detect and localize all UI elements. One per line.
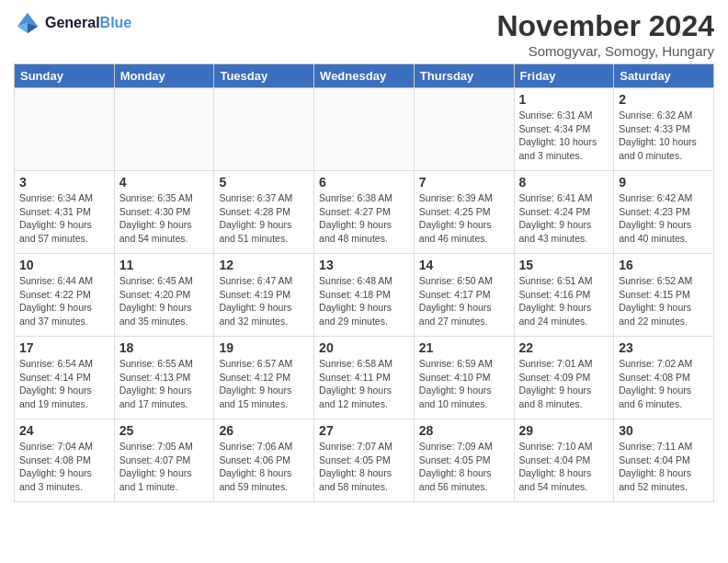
calendar-cell: 26Sunrise: 7:06 AM Sunset: 4:06 PM Dayli… — [214, 419, 314, 502]
day-number: 27 — [319, 423, 409, 438]
day-number: 22 — [519, 340, 609, 355]
day-number: 20 — [319, 340, 409, 355]
day-number: 28 — [419, 423, 509, 438]
calendar-cell: 9Sunrise: 6:42 AM Sunset: 4:23 PM Daylig… — [614, 171, 714, 254]
header-tuesday: Tuesday — [214, 64, 314, 88]
day-number: 5 — [219, 175, 309, 190]
calendar-cell — [414, 88, 514, 171]
day-number: 11 — [119, 258, 210, 272]
logo-text: GeneralBlue — [45, 15, 131, 31]
day-number: 3 — [19, 175, 109, 190]
calendar-week-4: 17Sunrise: 6:54 AM Sunset: 4:14 PM Dayli… — [15, 337, 714, 419]
header-friday: Friday — [514, 64, 614, 88]
day-info: Sunrise: 6:41 AM Sunset: 4:24 PM Dayligh… — [519, 191, 609, 246]
day-number: 15 — [519, 258, 609, 272]
day-number: 12 — [219, 258, 309, 272]
day-info: Sunrise: 6:39 AM Sunset: 4:25 PM Dayligh… — [419, 191, 509, 246]
calendar-table: Sunday Monday Tuesday Wednesday Thursday… — [14, 63, 714, 502]
calendar-cell: 25Sunrise: 7:05 AM Sunset: 4:07 PM Dayli… — [114, 419, 214, 502]
title-section: November 2024 Somogyvar, Somogy, Hungary — [496, 9, 714, 59]
day-number: 23 — [619, 340, 709, 355]
calendar-cell: 8Sunrise: 6:41 AM Sunset: 4:24 PM Daylig… — [514, 171, 614, 254]
day-number: 17 — [19, 340, 109, 355]
day-number: 29 — [519, 423, 609, 438]
day-info: Sunrise: 6:31 AM Sunset: 4:34 PM Dayligh… — [519, 109, 609, 163]
day-info: Sunrise: 6:59 AM Sunset: 4:10 PM Dayligh… — [419, 357, 509, 411]
calendar-cell — [114, 88, 214, 171]
weekday-row: Sunday Monday Tuesday Wednesday Thursday… — [15, 64, 714, 88]
day-info: Sunrise: 7:01 AM Sunset: 4:09 PM Dayligh… — [519, 357, 609, 411]
header-monday: Monday — [114, 64, 214, 88]
calendar-cell: 3Sunrise: 6:34 AM Sunset: 4:31 PM Daylig… — [15, 171, 115, 254]
header-sunday: Sunday — [15, 64, 115, 88]
header-wednesday: Wednesday — [314, 64, 415, 88]
day-number: 26 — [219, 423, 309, 438]
calendar-cell: 30Sunrise: 7:11 AM Sunset: 4:04 PM Dayli… — [614, 419, 714, 502]
day-number: 25 — [119, 423, 210, 438]
calendar-week-2: 3Sunrise: 6:34 AM Sunset: 4:31 PM Daylig… — [15, 171, 714, 254]
calendar-cell — [15, 88, 115, 171]
calendar-cell: 6Sunrise: 6:38 AM Sunset: 4:27 PM Daylig… — [314, 171, 415, 254]
header: GeneralBlue November 2024 Somogyvar, Som… — [14, 9, 714, 59]
calendar-cell: 24Sunrise: 7:04 AM Sunset: 4:08 PM Dayli… — [15, 419, 115, 502]
day-info: Sunrise: 7:09 AM Sunset: 4:05 PM Dayligh… — [419, 440, 509, 494]
calendar-cell: 4Sunrise: 6:35 AM Sunset: 4:30 PM Daylig… — [114, 171, 214, 254]
day-info: Sunrise: 6:47 AM Sunset: 4:19 PM Dayligh… — [219, 274, 309, 328]
day-info: Sunrise: 6:42 AM Sunset: 4:23 PM Dayligh… — [619, 191, 709, 246]
calendar-cell: 2Sunrise: 6:32 AM Sunset: 4:33 PM Daylig… — [614, 88, 714, 171]
calendar-cell: 16Sunrise: 6:52 AM Sunset: 4:15 PM Dayli… — [614, 254, 714, 337]
day-info: Sunrise: 7:04 AM Sunset: 4:08 PM Dayligh… — [19, 440, 109, 494]
day-info: Sunrise: 6:45 AM Sunset: 4:20 PM Dayligh… — [119, 274, 210, 328]
day-number: 4 — [119, 175, 210, 190]
calendar-cell: 1Sunrise: 6:31 AM Sunset: 4:34 PM Daylig… — [514, 88, 614, 171]
calendar-cell: 27Sunrise: 7:07 AM Sunset: 4:05 PM Dayli… — [314, 419, 415, 502]
calendar-cell: 22Sunrise: 7:01 AM Sunset: 4:09 PM Dayli… — [514, 337, 614, 419]
day-number: 21 — [419, 340, 509, 355]
calendar-cell: 18Sunrise: 6:55 AM Sunset: 4:13 PM Dayli… — [114, 337, 214, 419]
calendar-week-5: 24Sunrise: 7:04 AM Sunset: 4:08 PM Dayli… — [15, 419, 714, 502]
day-number: 16 — [619, 258, 709, 272]
day-number: 9 — [619, 175, 709, 190]
day-info: Sunrise: 6:51 AM Sunset: 4:16 PM Dayligh… — [519, 274, 609, 328]
day-info: Sunrise: 6:44 AM Sunset: 4:22 PM Dayligh… — [19, 274, 109, 328]
calendar-cell: 20Sunrise: 6:58 AM Sunset: 4:11 PM Dayli… — [314, 337, 415, 419]
day-info: Sunrise: 6:50 AM Sunset: 4:17 PM Dayligh… — [419, 274, 509, 328]
header-thursday: Thursday — [414, 64, 514, 88]
calendar-cell: 13Sunrise: 6:48 AM Sunset: 4:18 PM Dayli… — [314, 254, 415, 337]
day-number: 24 — [19, 423, 109, 438]
day-info: Sunrise: 6:37 AM Sunset: 4:28 PM Dayligh… — [219, 191, 309, 246]
day-number: 13 — [319, 258, 409, 272]
calendar-cell: 29Sunrise: 7:10 AM Sunset: 4:04 PM Dayli… — [514, 419, 614, 502]
day-number: 8 — [519, 175, 609, 190]
calendar-cell — [314, 88, 415, 171]
day-info: Sunrise: 6:54 AM Sunset: 4:14 PM Dayligh… — [19, 357, 109, 411]
calendar-title: November 2024 — [496, 9, 714, 43]
calendar-cell: 7Sunrise: 6:39 AM Sunset: 4:25 PM Daylig… — [414, 171, 514, 254]
day-info: Sunrise: 7:07 AM Sunset: 4:05 PM Dayligh… — [319, 440, 409, 494]
day-info: Sunrise: 6:58 AM Sunset: 4:11 PM Dayligh… — [319, 357, 409, 411]
calendar-body: 1Sunrise: 6:31 AM Sunset: 4:34 PM Daylig… — [15, 88, 714, 502]
calendar-week-1: 1Sunrise: 6:31 AM Sunset: 4:34 PM Daylig… — [15, 88, 714, 171]
logo: GeneralBlue — [14, 9, 131, 37]
calendar-cell: 21Sunrise: 6:59 AM Sunset: 4:10 PM Dayli… — [414, 337, 514, 419]
page-container: GeneralBlue November 2024 Somogyvar, Som… — [0, 0, 728, 511]
day-info: Sunrise: 6:38 AM Sunset: 4:27 PM Dayligh… — [319, 191, 409, 246]
calendar-cell — [214, 88, 314, 171]
calendar-subtitle: Somogyvar, Somogy, Hungary — [496, 43, 714, 59]
calendar-cell: 12Sunrise: 6:47 AM Sunset: 4:19 PM Dayli… — [214, 254, 314, 337]
day-number: 7 — [419, 175, 509, 190]
calendar-cell: 19Sunrise: 6:57 AM Sunset: 4:12 PM Dayli… — [214, 337, 314, 419]
day-number: 6 — [319, 175, 409, 190]
day-number: 10 — [19, 258, 109, 272]
day-info: Sunrise: 6:57 AM Sunset: 4:12 PM Dayligh… — [219, 357, 309, 411]
calendar-cell: 10Sunrise: 6:44 AM Sunset: 4:22 PM Dayli… — [15, 254, 115, 337]
day-number: 1 — [519, 92, 609, 107]
day-info: Sunrise: 6:35 AM Sunset: 4:30 PM Dayligh… — [119, 191, 210, 246]
calendar-cell: 23Sunrise: 7:02 AM Sunset: 4:08 PM Dayli… — [614, 337, 714, 419]
day-info: Sunrise: 6:34 AM Sunset: 4:31 PM Dayligh… — [19, 191, 109, 246]
day-info: Sunrise: 6:55 AM Sunset: 4:13 PM Dayligh… — [119, 357, 210, 411]
day-number: 19 — [219, 340, 309, 355]
calendar-header: Sunday Monday Tuesday Wednesday Thursday… — [15, 64, 714, 88]
day-info: Sunrise: 6:48 AM Sunset: 4:18 PM Dayligh… — [319, 274, 409, 328]
calendar-cell: 14Sunrise: 6:50 AM Sunset: 4:17 PM Dayli… — [414, 254, 514, 337]
